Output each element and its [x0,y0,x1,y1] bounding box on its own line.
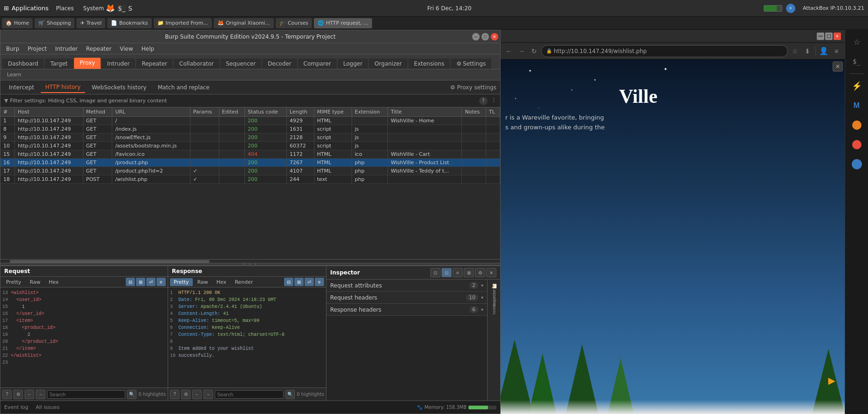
tab-intruder[interactable]: Intruder [102,59,135,69]
col-status[interactable]: Status code [244,107,286,117]
browser-url-bar[interactable]: 🔒 http://10.10.147.249/wishlist.php [541,45,788,57]
request-tab-pretty[interactable]: Pretty [2,278,25,286]
request-forward-button[interactable]: → [36,390,45,399]
response-split-h-button[interactable]: ⊟ [284,278,293,286]
inspector-layout1-button[interactable]: ⊡ [430,268,441,277]
table-row[interactable]: 1 http://10.10.147.249 GET / 200 4929 HT… [0,117,500,125]
window-tab-imported[interactable]: 📁 Imported From... [154,18,212,28]
window-tab-shopping[interactable]: 🛒 Shopping [34,18,75,28]
col-mime[interactable]: MIME type [314,107,352,117]
popup-close[interactable]: ✕ [833,61,843,72]
col-title[interactable]: Title [388,107,462,117]
col-method[interactable]: Method [83,107,112,117]
request-split-h-button[interactable]: ⊟ [126,278,135,286]
table-row[interactable]: 9 http://10.10.147.249 GET /snowEffect.j… [0,134,500,142]
browser-min-button[interactable]: ─ [817,33,824,40]
request-tab-hex[interactable]: Hex [45,278,62,286]
tab-dashboard[interactable]: Dashboard [2,59,44,69]
subtab-intercept[interactable]: Intercept [4,82,39,93]
inspector-side-notes2-button[interactable]: Notes [489,304,499,314]
window-tab-home[interactable]: 🏠 Home [2,18,33,28]
ff-unknown-button[interactable] [848,136,865,153]
browser-user-button[interactable]: 👤 [818,46,829,57]
browser-forward-button[interactable]: → [516,46,527,57]
response-headers-header[interactable]: Response headers 6 ▾ [326,304,487,315]
menu-intruder[interactable]: Intruder [51,45,81,53]
response-gear-button[interactable]: ⚙ [181,390,190,399]
response-help-button[interactable]: ? [170,390,179,399]
response-back-button[interactable]: ← [192,390,202,399]
response-tab-render[interactable]: Render [231,278,257,286]
inspector-close-button[interactable]: ✕ [486,268,496,277]
table-scroll-area[interactable]: # Host Method URL Params Edited Status c… [0,107,500,259]
subtab-match-replace[interactable]: Match and replace [153,82,214,93]
response-forward-button[interactable]: → [203,390,213,399]
applications-menu[interactable]: ⊞ Applications [4,5,48,12]
learn-tab[interactable]: Learn [4,71,24,79]
response-wrap-button[interactable]: ⏎ [305,278,314,286]
browser-star-button[interactable]: ☆ [789,46,800,57]
tab-extensions[interactable]: Extensions [408,59,450,69]
table-row[interactable]: 15 http://10.10.147.249 GET /favicon.ico… [0,150,500,159]
proxy-settings-button[interactable]: ⚙ Proxy settings [450,84,496,91]
browser-download-button[interactable]: ⬇ [802,46,813,57]
col-tl[interactable]: TL [486,107,500,117]
request-headers-header[interactable]: Request headers 10 ▾ [326,292,487,303]
menu-help[interactable]: Help [138,45,158,53]
col-ext[interactable]: Extension [352,107,387,117]
browser-max-button[interactable]: □ [825,33,833,40]
col-length[interactable]: Length [287,107,314,117]
tab-logger[interactable]: Logger [338,59,368,69]
ff-blue-circle-button[interactable] [848,156,865,173]
table-row[interactable]: 17 http://10.10.147.249 GET /product.php… [0,167,500,175]
window-tab-courses[interactable]: 🎓 Courses [276,18,312,28]
tab-repeater[interactable]: Repeater [136,59,173,69]
help-icon[interactable]: ? [479,97,488,105]
minimize-button[interactable]: ─ [472,33,480,40]
system-menu[interactable]: System 🦊 $_ S [80,3,135,13]
tab-target[interactable]: Target [45,59,73,69]
col-host[interactable]: Host [15,107,83,117]
menu-project[interactable]: Project [24,45,50,53]
request-tab-raw[interactable]: Raw [26,278,44,286]
ff-bookmark-button[interactable]: ☆ [848,33,865,50]
table-row[interactable]: 16 http://10.10.147.249 GET /product.php… [0,159,500,167]
table-row[interactable]: 8 http://10.10.147.249 GET /index.js 200… [0,125,500,134]
close-button[interactable]: ✕ [491,33,498,40]
places-menu[interactable]: Places [53,3,76,13]
response-dots-button[interactable]: ≡ [315,278,324,286]
all-issues-tab[interactable]: All issues [36,404,60,410]
response-search-button[interactable]: 🔍 [285,390,295,399]
col-num[interactable]: # [0,107,15,117]
col-params[interactable]: Params [190,107,219,117]
menu-repeater[interactable]: Repeater [82,45,115,53]
browser-refresh-button[interactable]: ↻ [529,46,540,57]
ff-burp-button[interactable]: ⚡ [848,78,865,94]
window-tab-travel[interactable]: ✈ Travel [76,18,105,28]
request-dots-button[interactable]: ≡ [156,278,166,286]
ff-malidroid-button[interactable]: M [848,97,865,114]
window-tab-xiaomi[interactable]: 🦊 Original Xiaomi... [214,18,274,28]
tab-proxy[interactable]: Proxy [74,58,101,69]
options-icon[interactable]: ⋮ [491,97,496,105]
subtab-http-history[interactable]: HTTP history [41,82,85,93]
col-url[interactable]: URL [112,107,190,117]
window-tab-bookmarks[interactable]: 📄 Bookmarks [107,18,151,28]
tab-sequencer[interactable]: Sequencer [220,59,261,69]
response-tab-pretty[interactable]: Pretty [170,278,193,286]
window-tab-http[interactable]: 🌐 HTTP request, ... [314,18,372,28]
popup-close-button[interactable]: ✕ [833,61,843,72]
request-split-v-button[interactable]: ⊞ [136,278,145,286]
response-tab-hex[interactable]: Hex [213,278,230,286]
maximize-button[interactable]: □ [481,33,489,40]
inspector-side-inspector-button[interactable]: Inspector [489,293,499,303]
request-back-button[interactable]: ← [25,390,34,399]
inspector-align-button[interactable]: ≡ [453,268,463,277]
tab-collaborator[interactable]: Collaborator [174,59,219,69]
browser-close-button[interactable]: ✕ [834,33,841,40]
event-log-tab[interactable]: Event log [4,404,28,410]
inspector-layout2-button[interactable]: ⊟ [441,268,452,277]
menu-view[interactable]: View [116,45,136,53]
subtab-websockets[interactable]: WebSockets history [87,82,151,93]
request-help-button[interactable]: ? [2,390,12,399]
